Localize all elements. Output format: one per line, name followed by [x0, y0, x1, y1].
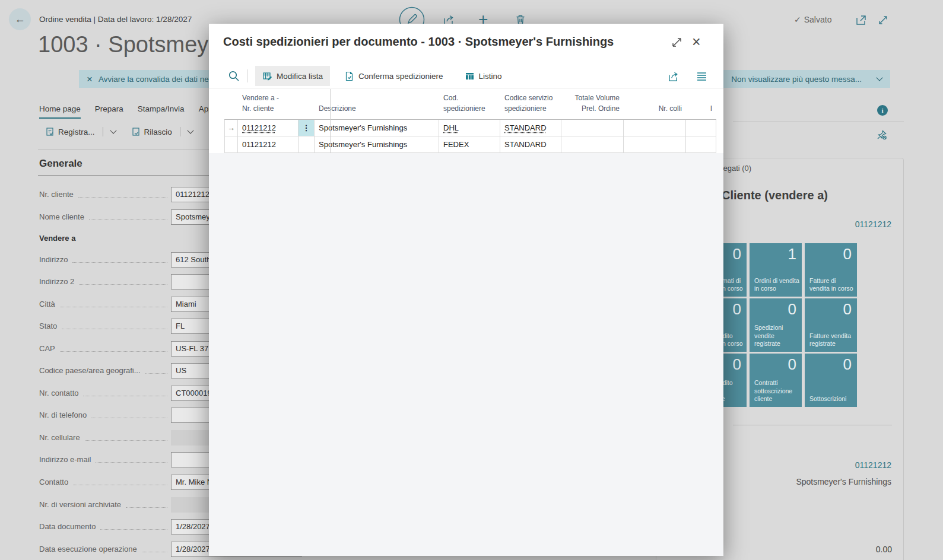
amount-value[interactable]: 0.00 — [876, 545, 892, 554]
open-in-window-icon[interactable] — [855, 14, 867, 26]
dotted-leader — [60, 301, 167, 307]
split-divider — [180, 127, 180, 136]
column-header-codice-servizio-spedizioniere[interactable]: Codice servizio spedizioniere — [500, 89, 561, 120]
cue-value: 0 — [788, 355, 796, 374]
toolbar-button-label: Conferma spedizioniere — [358, 72, 443, 81]
toolbar-divider — [247, 69, 247, 82]
dialog-title: Costi spedizionieri per documento - 1003… — [223, 35, 614, 49]
customer-no-link-2[interactable]: 01121212 — [855, 460, 891, 470]
notification-dismiss-icon[interactable]: × — [79, 74, 99, 84]
dialog-expand-icon[interactable] — [671, 36, 683, 49]
field-label: Nome cliente — [39, 212, 84, 221]
cell-descrizione[interactable]: Spotsmeyer's Furnishings — [315, 120, 439, 136]
cue-tile-ordini-di-vendita-in-corso[interactable]: 1Ordini di vendita in corso — [750, 243, 802, 297]
chevron-down-icon[interactable] — [876, 74, 882, 81]
factbox-title: Cliente (vendere a) — [722, 189, 828, 202]
cue-tile-fatture-di-vendita-in-corso[interactable]: 0Fatture di vendita in corso — [805, 243, 857, 297]
cell-row-indicator — [224, 136, 238, 153]
field-label: Indirizzo 2 — [39, 277, 74, 286]
toolbar-button-label: Modifica lista — [277, 72, 323, 81]
cue-label: Ordini di vendita in corso — [754, 277, 801, 293]
cue-value: 0 — [733, 245, 741, 263]
column-header-descrizione[interactable]: Descrizione — [315, 89, 439, 120]
notification-action-label[interactable]: Non visualizzare più questo messa... — [731, 75, 862, 84]
cell-nr-colli[interactable] — [624, 136, 686, 153]
modifica-lista-icon — [262, 71, 272, 81]
divider — [733, 122, 904, 122]
dialog-close-icon[interactable]: × — [692, 34, 701, 49]
back-button[interactable]: ← — [9, 8, 31, 30]
field-label: Città — [39, 300, 55, 308]
toolbar-button-modifica-lista[interactable]: Modifica lista — [255, 66, 330, 86]
column-header-nr-colli[interactable]: Nr. colli — [624, 89, 686, 120]
dotted-leader — [89, 214, 167, 220]
cell-totale-volume-prel-ordine[interactable] — [561, 136, 624, 153]
action-label: Registra... — [58, 128, 95, 136]
cell-vendere-a-nr-cliente[interactable]: 01121212 — [238, 136, 299, 153]
cue-tile-contratti-sottoscrizione-cliente[interactable]: 0Contratti sottoscrizione cliente — [750, 354, 802, 407]
cell-nr-colli[interactable] — [624, 120, 686, 136]
table-header-row: Vendere a - Nr. clienteDescrizioneCod. s… — [224, 89, 716, 120]
dotted-leader — [85, 434, 167, 441]
cue-tile-spedizioni-vendite-registrate[interactable]: 0Spedizioni vendite registrate — [750, 298, 802, 352]
cell-codice-servizio-spedizioniere[interactable]: STANDARD — [500, 120, 561, 136]
dotted-leader — [100, 523, 167, 530]
tab-home-page[interactable]: Home page — [39, 104, 81, 119]
toolbar-button-label: Listino — [479, 72, 502, 81]
customer-no-link[interactable]: 01121212 — [855, 219, 891, 229]
cell-value: Spotsmeyer's Furnishings — [319, 123, 407, 132]
cue-value: 0 — [733, 300, 741, 319]
share-icon[interactable] — [668, 70, 680, 82]
field-group-heading: Vendere a — [39, 234, 75, 243]
cue-value: 1 — [788, 245, 796, 263]
cell-vendere-a-nr-cliente[interactable]: 01121212 — [238, 120, 299, 136]
field-label: Codice paese/area geografi... — [39, 366, 141, 375]
tab-stampa-invia[interactable]: Stampa/Invia — [138, 104, 185, 119]
customer-name: Spotsmeyer's Furnishings — [796, 477, 891, 486]
dialog-empty-area — [209, 153, 723, 556]
action-label: Rilascio — [144, 128, 172, 136]
cell-value: 01121212 — [242, 123, 276, 132]
chevron-down-icon[interactable] — [187, 127, 193, 133]
cell-value: 01121212 — [242, 140, 276, 149]
notification-action[interactable]: Non visualizzare più questo messa... — [722, 75, 882, 84]
cell-row-menu[interactable] — [299, 136, 315, 153]
split-divider — [103, 127, 103, 136]
field-label: Indirizzo — [39, 255, 68, 264]
cue-value: 0 — [843, 355, 852, 374]
cell-totale-volume-prel-ordine[interactable] — [561, 120, 624, 136]
cell-partial-column[interactable] — [686, 136, 716, 153]
action-button-rilascio[interactable]: Rilascio — [131, 127, 193, 136]
shipping-agents-table: Vendere a - Nr. clienteDescrizioneCod. s… — [224, 89, 716, 153]
info-icon[interactable]: i — [877, 105, 888, 116]
field-label: Nr. di versioni archiviate — [39, 500, 121, 509]
column-header-cod-spedizioniere[interactable]: Cod. spedizioniere — [439, 89, 500, 120]
cue-label: Fatture vendita registrate — [809, 332, 856, 348]
cell-cod-spedizioniere[interactable]: DHL — [439, 120, 500, 136]
column-header-totale-volume-prel-ordine[interactable]: Totale Volume Prel. Ordine — [561, 89, 624, 120]
conferma-spedizioniere-icon — [344, 71, 354, 81]
column-header-partial-column[interactable]: I — [686, 89, 716, 120]
cell-descrizione[interactable]: Spotsmeyer's Furnishings — [315, 136, 439, 153]
dotted-leader — [83, 390, 167, 396]
cell-row-menu[interactable]: ⋮ — [299, 120, 315, 136]
cue-tile-sottoscrizioni[interactable]: 0Sottoscrizioni — [805, 354, 857, 407]
shipping-costs-dialog: Costi spedizionieri per documento - 1003… — [209, 24, 723, 556]
tab-prepara[interactable]: Prepara — [95, 104, 123, 119]
cell-row-indicator: → — [224, 120, 238, 136]
cell-cod-spedizioniere[interactable]: FEDEX — [439, 136, 500, 153]
cell-codice-servizio-spedizioniere[interactable]: STANDARD — [500, 136, 561, 153]
unpin-icon[interactable] — [876, 129, 888, 141]
search-icon[interactable] — [228, 70, 240, 82]
action-button-registra[interactable]: Registra... — [45, 127, 116, 136]
column-header-vendere-a-nr-cliente[interactable]: Vendere a - Nr. cliente — [238, 89, 299, 120]
cue-tile-fatture-vendita-registrate[interactable]: 0Fatture vendita registrate — [805, 298, 857, 352]
expand-page-icon[interactable] — [877, 14, 889, 26]
toolbar-button-listino[interactable]: Listino — [458, 66, 509, 86]
list-view-icon[interactable] — [696, 70, 708, 82]
cue-label: Spedizioni vendite registrate — [754, 324, 801, 348]
chevron-down-icon[interactable] — [110, 127, 116, 133]
cell-partial-column[interactable] — [686, 120, 716, 136]
toolbar-button-conferma-spedizioniere[interactable]: Conferma spedizioniere — [337, 66, 450, 86]
toolbar-border — [209, 88, 723, 88]
